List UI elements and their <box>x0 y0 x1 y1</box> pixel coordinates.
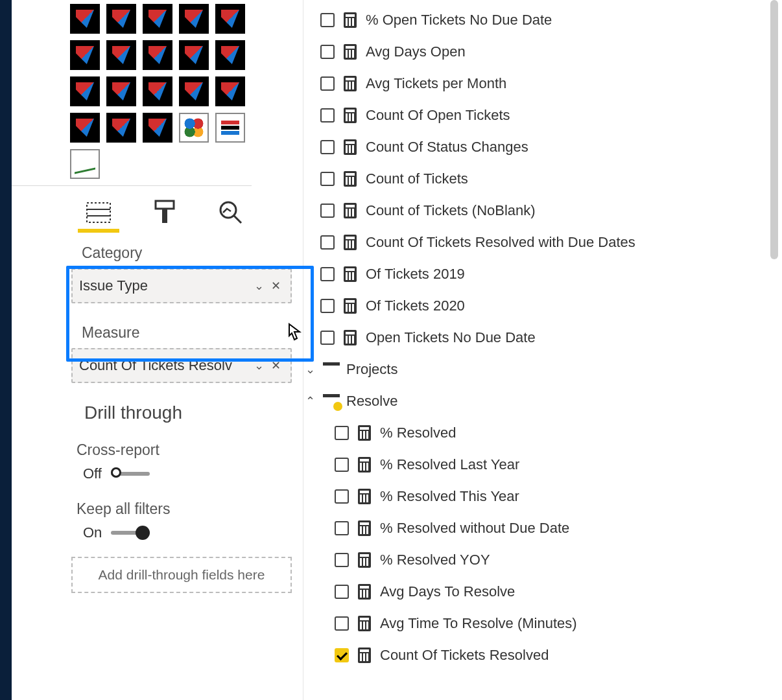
checkbox[interactable] <box>335 521 349 535</box>
field-item[interactable]: Count of Tickets (NoBlank) <box>303 194 766 226</box>
checkbox[interactable] <box>335 489 349 504</box>
viz-type-icon[interactable] <box>70 113 100 143</box>
checkbox[interactable] <box>335 648 349 662</box>
viz-type-icon[interactable] <box>179 4 209 34</box>
table-group-resolve[interactable]: ⌃Resolve <box>303 385 766 417</box>
measure-icon <box>344 203 357 218</box>
chevron-down-icon[interactable]: ⌄ <box>250 279 267 293</box>
viz-type-icon[interactable] <box>179 113 209 143</box>
checkbox[interactable] <box>335 585 349 599</box>
cross-report-toggle[interactable]: Off <box>12 465 303 482</box>
viz-type-icon[interactable] <box>70 40 100 70</box>
measure-field-well[interactable]: Count Of Tickets Resolv ⌄ ✕ <box>71 348 292 383</box>
checkbox[interactable] <box>320 172 335 186</box>
checkbox[interactable] <box>335 458 349 472</box>
field-item[interactable]: Of Tickets 2019 <box>303 258 766 290</box>
measure-section-label: Measure <box>12 303 303 348</box>
tab-fields[interactable] <box>82 198 115 228</box>
field-item[interactable]: Open Tickets No Due Date <box>303 321 766 353</box>
field-item[interactable]: % Resolved YOY <box>303 544 766 576</box>
checkbox[interactable] <box>320 13 335 27</box>
checkbox[interactable] <box>320 76 335 91</box>
measure-icon <box>344 12 357 28</box>
field-label: % Open Tickets No Due Date <box>366 12 552 29</box>
field-item[interactable]: Count of Tickets <box>303 163 766 194</box>
field-label: Count of Tickets <box>366 170 468 187</box>
checkbox[interactable] <box>320 299 335 313</box>
checkbox[interactable] <box>320 45 335 59</box>
viz-type-icon[interactable] <box>215 40 245 70</box>
checkbox[interactable] <box>320 267 335 281</box>
viz-type-icon[interactable] <box>106 76 136 106</box>
checkbox[interactable] <box>320 108 335 122</box>
field-item[interactable]: Avg Time To Resolve (Minutes) <box>303 607 766 639</box>
checkbox[interactable] <box>335 426 349 440</box>
keep-filters-value: On <box>83 524 102 541</box>
svg-line-6 <box>234 216 241 223</box>
checkbox[interactable] <box>320 204 335 218</box>
field-item[interactable]: Of Tickets 2020 <box>303 290 766 321</box>
field-item[interactable]: Count Of Status Changes <box>303 131 766 163</box>
fields-scrollbar[interactable] <box>766 0 782 700</box>
field-label: % Resolved YOY <box>380 552 490 568</box>
measure-icon <box>358 584 371 600</box>
field-label: Avg Days Open <box>366 43 466 60</box>
viz-type-icon[interactable] <box>70 4 100 34</box>
chevron-up-icon[interactable]: ⌃ <box>303 394 316 408</box>
tab-analytics[interactable] <box>214 198 248 228</box>
viz-type-icon[interactable] <box>106 113 136 143</box>
table-icon <box>323 394 340 408</box>
viz-type-icon[interactable] <box>106 40 136 70</box>
checkbox[interactable] <box>320 331 335 345</box>
field-item[interactable]: % Resolved Last Year <box>303 449 766 480</box>
field-label: Of Tickets 2020 <box>366 298 465 314</box>
field-label: % Resolved This Year <box>380 488 519 505</box>
keep-filters-toggle[interactable]: On <box>12 524 303 541</box>
viz-type-icon[interactable] <box>215 4 245 34</box>
field-item[interactable]: % Resolved without Due Date <box>303 512 766 544</box>
checkbox[interactable] <box>320 235 335 250</box>
viz-type-icon[interactable] <box>179 40 209 70</box>
field-item[interactable]: Avg Days Open <box>303 36 766 67</box>
drill-through-drop-zone[interactable]: Add drill-through fields here <box>71 557 292 593</box>
close-icon[interactable]: ✕ <box>267 279 284 293</box>
close-icon[interactable]: ✕ <box>267 358 284 373</box>
table-group-projects[interactable]: ⌄Projects <box>303 353 766 385</box>
viz-type-icon[interactable] <box>106 4 136 34</box>
chevron-down-icon[interactable]: ⌄ <box>303 362 316 377</box>
viz-type-icon[interactable] <box>179 76 209 106</box>
field-item[interactable]: Avg Tickets per Month <box>303 67 766 99</box>
checkbox[interactable] <box>335 553 349 567</box>
viz-type-icon[interactable] <box>215 113 245 143</box>
field-item[interactable]: % Resolved This Year <box>303 480 766 512</box>
field-label: Count Of Tickets Resolved <box>380 647 549 664</box>
cross-report-label: Cross-report <box>12 423 303 465</box>
viz-type-icon[interactable] <box>70 76 100 106</box>
viz-type-icon[interactable] <box>143 113 172 143</box>
field-item[interactable]: Count Of Tickets Resolved <box>303 639 766 671</box>
category-section-label: Category <box>12 228 303 268</box>
tab-format[interactable] <box>148 198 182 228</box>
viz-type-icon[interactable] <box>70 149 100 179</box>
checkbox[interactable] <box>320 140 335 154</box>
scroll-thumb[interactable] <box>770 0 778 259</box>
category-field-well[interactable]: Issue Type ⌄ ✕ <box>71 268 292 303</box>
viz-type-icon[interactable] <box>143 76 172 106</box>
measure-icon <box>344 108 357 123</box>
keep-filters-label: Keep all filters <box>12 482 303 524</box>
field-item[interactable]: % Open Tickets No Due Date <box>303 4 766 36</box>
field-label: Count Of Status Changes <box>366 139 528 156</box>
drill-through-heading: Drill through <box>12 383 303 423</box>
checkbox[interactable] <box>335 616 349 631</box>
field-item[interactable]: Avg Days To Resolve <box>303 576 766 607</box>
viz-type-icon[interactable] <box>215 76 245 106</box>
viz-type-icon[interactable] <box>143 40 172 70</box>
field-item[interactable]: Count Of Tickets Resolved with Due Dates <box>303 226 766 258</box>
visualizations-pane: Category Issue Type ⌄ ✕ Measure Count Of… <box>12 0 303 700</box>
measure-icon <box>344 330 357 345</box>
viz-type-icon[interactable] <box>143 4 172 34</box>
chevron-down-icon[interactable]: ⌄ <box>250 358 267 373</box>
field-item[interactable]: Count Of Open Tickets <box>303 99 766 131</box>
cross-report-value: Off <box>83 465 102 482</box>
field-item[interactable]: % Resolved <box>303 417 766 449</box>
